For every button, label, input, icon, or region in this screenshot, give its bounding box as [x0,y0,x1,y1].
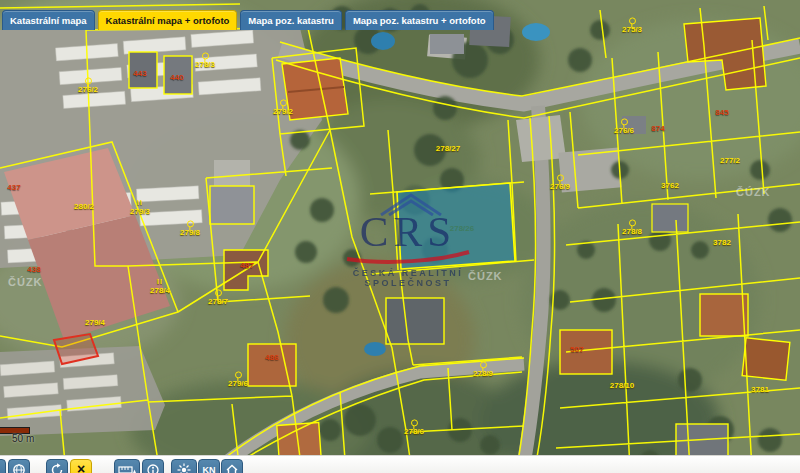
cadastral-map-viewer: 443440278/3276/2280/2II279/3437438279/84… [0,0,800,473]
home-icon [225,463,239,473]
kn-label: KN [203,466,216,473]
brightness-button[interactable] [171,459,197,473]
tab-katastralni-mapa[interactable]: Katastrální mapa [2,10,95,30]
ruler-icon [118,463,136,473]
globe-icon [12,463,26,473]
tab-mapa-poz-katastru[interactable]: Mapa poz. katastru [240,10,342,30]
info-circle-icon [146,463,160,473]
tab-katastralni-mapa-ortofoto[interactable]: Katastrální mapa + ortofoto [98,10,238,30]
tab-mapa-poz-katastru-ortofoto[interactable]: Mapa poz. katastru + ortofoto [345,10,494,30]
highlighted-parcel[interactable] [397,183,515,269]
refresh-icon [50,463,64,473]
home-button[interactable] [221,459,243,473]
scale-label: 50 m [12,433,34,444]
refresh-button[interactable] [46,459,68,473]
map-type-tabbar: Katastrální mapa Katastrální mapa + orto… [2,10,494,30]
close-tool-button[interactable]: × [70,459,92,473]
close-icon: × [77,462,85,473]
map-canvas[interactable] [0,0,800,473]
measure-button[interactable] [114,459,140,473]
bottom-toolbar: × [0,455,800,473]
brightness-icon [176,463,192,473]
partial-tool-button[interactable] [0,459,6,473]
kn-button[interactable]: KN [198,459,220,473]
globe-button[interactable] [8,459,30,473]
info-button[interactable] [142,459,164,473]
